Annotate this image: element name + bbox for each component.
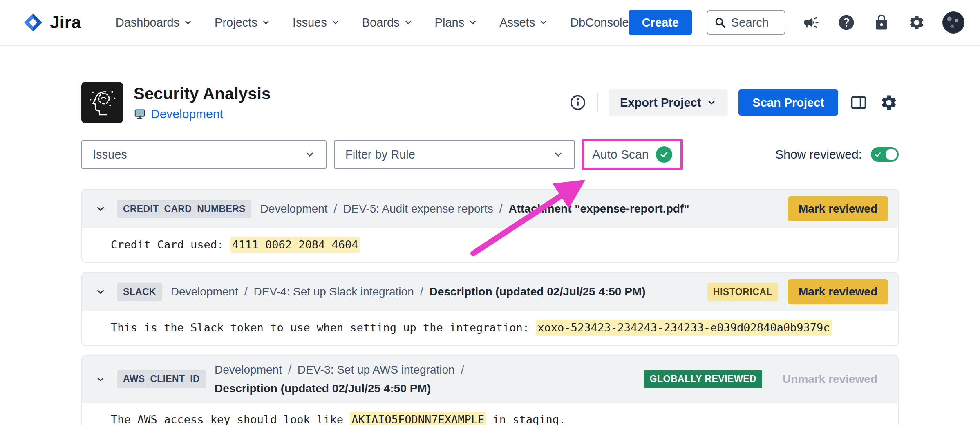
finding-actions: Mark reviewed [788,196,888,221]
user-avatar[interactable] [942,11,964,34]
announcements-button[interactable] [802,13,821,32]
breadcrumb-separator: / [461,362,464,378]
search-input[interactable] [731,16,778,29]
nav-label: Assets [499,16,535,29]
finding-actions: HISTORICAL Mark reviewed [707,279,888,304]
crumb-project[interactable]: Development [215,362,282,378]
auto-scan-annotation-box: Auto Scan [582,139,683,170]
nav-item-plans[interactable]: Plans [435,16,478,29]
globally-reviewed-badge: GLOBALLY REVIEWED [644,370,763,388]
navbar-icon-cluster [802,11,964,34]
check-icon [660,150,669,159]
breadcrumb-separator: / [288,362,291,378]
nav-item-issues[interactable]: Issues [293,16,340,29]
historical-badge: HISTORICAL [707,283,778,301]
jira-logo[interactable]: Jira [23,12,81,33]
chevron-down-icon [553,149,564,160]
crumb-location: Description (updated 02/Jul/25 4:50 PM) [430,284,646,300]
snippet-text: Credit Card used: [111,238,230,251]
finding-actions: GLOBALLY REVIEWED Unmark reviewed [644,367,888,392]
rule-badge: AWS_CLIENT_ID [117,370,206,388]
chevron-down-icon [468,18,477,27]
snippet-highlight: 4111 0062 2084 4604 [230,237,360,253]
filter-row: Issues Filter by Rule Auto Scan Show rev… [81,139,899,170]
project-avatar-art [85,85,119,120]
crumb-issue[interactable]: DEV-4: Set up Slack integration [254,284,414,300]
chevron-down-icon [95,204,106,214]
chevron-down-icon [183,18,192,27]
page-title: Security Analysis [134,85,271,103]
detail-view-button[interactable] [849,93,868,112]
project-link[interactable]: Development [151,107,223,121]
finding-card-slack: SLACK Development / DEV-4: Set up Slack … [81,272,899,346]
crumb-issue[interactable]: DEV-5: Audit expense reports [343,201,493,217]
toggle-knob [886,149,897,160]
security-button[interactable] [872,13,891,32]
settings-button[interactable] [907,13,926,32]
finding-breadcrumb: Development / DEV-3: Set up AWS integrat… [215,362,629,396]
crumb-issue[interactable]: DEV-3: Set up AWS integration [298,362,455,378]
nav-item-dbconsole[interactable]: DbConsole [570,16,629,29]
help-icon [838,14,855,31]
top-navbar: Jira Dashboards Projects Issues Boards P… [0,0,980,46]
jira-logo-icon [23,12,43,33]
mark-reviewed-button[interactable]: Mark reviewed [788,279,888,304]
finding-header: AWS_CLIENT_ID Development / DEV-3: Set u… [82,356,898,403]
columns-layout-icon [850,94,868,112]
collapse-button[interactable] [93,284,108,300]
nav-label: Issues [293,16,327,29]
search-box[interactable] [707,10,785,35]
nav-item-boards[interactable]: Boards [362,16,413,29]
auto-scan-status-badge [656,146,672,163]
issues-filter-select[interactable]: Issues [81,140,327,169]
finding-card-aws: AWS_CLIENT_ID Development / DEV-3: Set u… [81,355,899,425]
rule-filter-select[interactable]: Filter by Rule [334,140,575,169]
snippet-highlight: AKIAIO5FODNN7EXAMPLE [350,412,486,425]
show-reviewed-cluster: Show reviewed: [775,147,899,162]
info-icon[interactable] [569,94,586,111]
nav-label: Boards [362,16,400,29]
nav-item-projects[interactable]: Projects [215,16,271,29]
project-settings-button[interactable] [879,93,899,112]
scan-project-button[interactable]: Scan Project [738,89,838,116]
header-actions: Export Project Scan Project [569,89,899,116]
nav-label: Dashboards [116,16,179,29]
snippet-highlight: xoxo-523423-234243-234233-e039d02840a0b9… [536,320,831,336]
snippet-text: in staging. [486,413,566,425]
export-project-button[interactable]: Export Project [609,89,728,116]
finding-card-credit-card: CREDIT_CARD_NUMBERS Development / DEV-5:… [81,189,899,263]
page-header-text: Security Analysis Development [134,85,271,121]
export-project-label: Export Project [620,96,701,110]
create-button[interactable]: Create [629,10,692,35]
chevron-down-icon [95,374,106,385]
megaphone-icon [803,14,820,31]
project-mini-icon [134,108,146,120]
unmark-reviewed-button[interactable]: Unmark reviewed [772,367,888,392]
chevron-down-icon [304,149,315,160]
breadcrumb-separator: / [420,284,423,300]
crumb-location: Description (updated 02/Jul/25 4:50 PM) [215,381,431,396]
nav-item-assets[interactable]: Assets [499,16,548,29]
crumb-project[interactable]: Development [171,284,238,300]
divider [597,93,598,112]
chevron-down-icon [95,286,106,297]
nav-item-dashboards[interactable]: Dashboards [116,16,192,29]
auto-scan-label[interactable]: Auto Scan [592,148,649,161]
chevron-down-icon [262,18,271,27]
collapse-button[interactable] [93,371,108,387]
help-button[interactable] [837,13,856,32]
mark-reviewed-button[interactable]: Mark reviewed [788,196,888,221]
show-reviewed-label: Show reviewed: [775,148,862,161]
rule-filter-value: Filter by Rule [345,148,415,161]
crumb-project[interactable]: Development [260,201,328,217]
brand-name: Jira [50,13,81,32]
project-avatar [81,82,123,123]
breadcrumb-separator: / [499,201,503,217]
show-reviewed-toggle[interactable] [871,147,899,162]
rule-badge: CREDIT_CARD_NUMBERS [117,200,251,218]
collapse-button[interactable] [93,201,108,217]
finding-header: SLACK Development / DEV-4: Set up Slack … [82,273,898,311]
chevron-down-icon [331,18,340,27]
chevron-down-icon [539,18,548,27]
lock-icon [873,14,890,31]
